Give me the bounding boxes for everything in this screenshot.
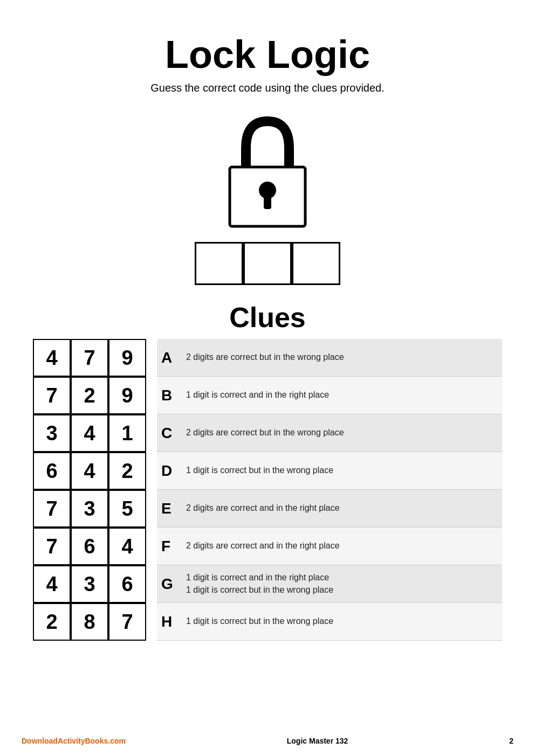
clues-title: Clues xyxy=(33,301,502,334)
footer: DownloadActivityBooks.com Logic Master 1… xyxy=(0,737,535,745)
content-area: 479729341642735764436287 A2 digits are c… xyxy=(33,339,502,641)
guess-cell-0-1: 7 xyxy=(71,339,108,377)
clue-letter-g: G xyxy=(161,575,181,593)
clue-text-a: 2 digits are correct but in the wrong pl… xyxy=(186,351,344,363)
guess-cell-6-0: 4 xyxy=(33,565,71,603)
clue-text-h: 1 digit is correct but in the wrong plac… xyxy=(186,615,333,627)
clue-text-f: 2 digits are correct and in the right pl… xyxy=(186,540,340,552)
guess-cell-5-1: 6 xyxy=(71,528,108,565)
guess-row: 764 xyxy=(33,528,146,565)
footer-right: 2 xyxy=(509,737,513,745)
clue-row-a: A2 digits are correct but in the wrong p… xyxy=(157,339,502,377)
clue-text-e: 2 digits are correct and in the right pl… xyxy=(186,502,340,514)
clue-letter-e: E xyxy=(161,500,181,517)
guess-cell-4-0: 7 xyxy=(33,490,71,528)
guess-cell-4-1: 3 xyxy=(71,490,108,528)
footer-left: DownloadActivityBooks.com xyxy=(22,737,126,745)
clues-section: Clues 479729341642735764436287 A2 digits… xyxy=(33,301,502,641)
subtitle: Guess the correct code using the clues p… xyxy=(150,82,385,94)
clue-row-c: C2 digits are correct but in the wrong p… xyxy=(157,414,502,452)
guess-row: 436 xyxy=(33,565,146,603)
guess-cell-5-0: 7 xyxy=(33,528,71,565)
guess-row: 729 xyxy=(33,377,146,414)
clue-letter-c: C xyxy=(161,425,181,442)
clue-row-f: F2 digits are correct and in the right p… xyxy=(157,528,502,565)
clue-row-h: H1 digit is correct but in the wrong pla… xyxy=(157,603,502,641)
clue-letter-b: B xyxy=(161,387,181,404)
guess-row: 642 xyxy=(33,452,146,490)
guess-cell-2-2: 1 xyxy=(108,414,146,452)
clue-text-g: 1 digit is correct and in the right plac… xyxy=(186,572,333,596)
guess-row: 287 xyxy=(33,603,146,641)
clue-letter-h: H xyxy=(161,613,181,630)
clue-row-g: G1 digit is correct and in the right pla… xyxy=(157,565,502,603)
answer-box-2 xyxy=(243,242,292,285)
guess-cell-6-1: 3 xyxy=(71,565,108,603)
lock-image xyxy=(214,110,321,231)
guess-cell-4-2: 5 xyxy=(108,490,146,528)
guess-row: 341 xyxy=(33,414,146,452)
guess-cell-5-2: 4 xyxy=(108,528,146,565)
answer-box-1 xyxy=(195,242,243,285)
guess-cell-3-1: 4 xyxy=(71,452,108,490)
guess-cell-1-0: 7 xyxy=(33,377,71,414)
guess-cell-0-0: 4 xyxy=(33,339,71,377)
guess-row: 735 xyxy=(33,490,146,528)
guesses-column: 479729341642735764436287 xyxy=(33,339,146,641)
answer-box-3 xyxy=(292,242,340,285)
clue-text-c: 2 digits are correct but in the wrong pl… xyxy=(186,427,344,439)
clue-row-d: D1 digit is correct but in the wrong pla… xyxy=(157,452,502,490)
clue-row-b: B1 digit is correct and in the right pla… xyxy=(157,377,502,414)
guess-cell-3-0: 6 xyxy=(33,452,71,490)
guess-cell-2-1: 4 xyxy=(71,414,108,452)
clue-text-b: 1 digit is correct and in the right plac… xyxy=(186,389,329,401)
answer-boxes xyxy=(195,242,340,285)
clues-column: A2 digits are correct but in the wrong p… xyxy=(157,339,502,641)
guess-row: 479 xyxy=(33,339,146,377)
guess-cell-7-1: 8 xyxy=(71,603,108,641)
page-title: Lock Logic xyxy=(165,32,370,77)
svg-rect-2 xyxy=(264,194,271,209)
clue-letter-f: F xyxy=(161,538,181,555)
clue-row-e: E2 digits are correct and in the right p… xyxy=(157,490,502,528)
clue-text-d: 1 digit is correct but in the wrong plac… xyxy=(186,464,333,476)
guess-cell-2-0: 3 xyxy=(33,414,71,452)
clue-letter-a: A xyxy=(161,349,181,366)
guess-cell-6-2: 6 xyxy=(108,565,146,603)
guess-cell-1-2: 9 xyxy=(108,377,146,414)
guess-cell-0-2: 9 xyxy=(108,339,146,377)
guess-cell-7-2: 7 xyxy=(108,603,146,641)
page: Lock Logic Guess the correct code using … xyxy=(0,0,535,756)
guess-cell-1-1: 2 xyxy=(71,377,108,414)
guess-cell-7-0: 2 xyxy=(33,603,71,641)
footer-center: Logic Master 132 xyxy=(287,737,348,745)
guess-cell-3-2: 2 xyxy=(108,452,146,490)
clue-letter-d: D xyxy=(161,462,181,480)
